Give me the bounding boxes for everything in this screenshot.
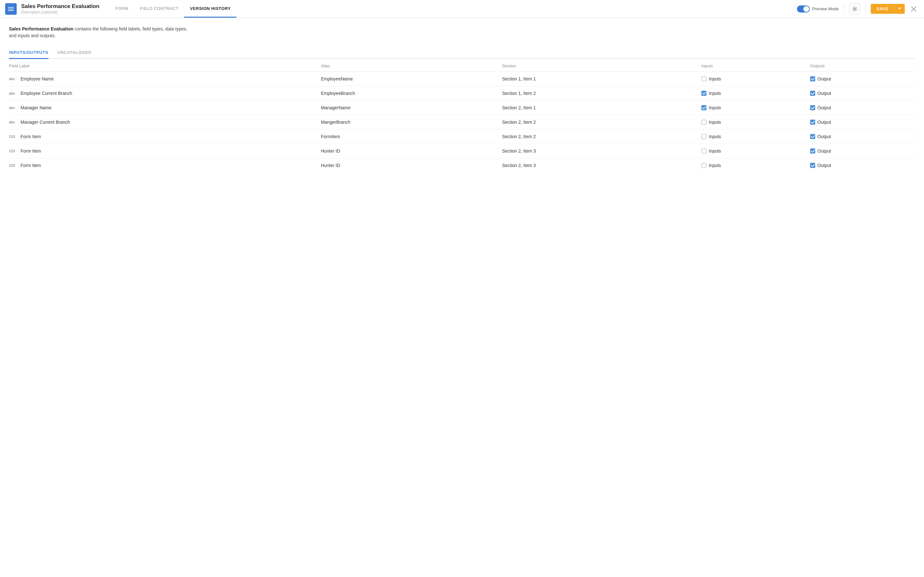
- field-type-cell: abc Manager Current Branch: [9, 119, 313, 125]
- inputs-label: Inputs: [709, 76, 721, 81]
- inputs-checkbox[interactable]: [701, 91, 706, 96]
- preview-mode-toggle-container: Preview Mode: [797, 5, 838, 13]
- alias-cell: EmployeeBranch: [317, 86, 498, 101]
- outputs-checkbox[interactable]: [810, 91, 815, 96]
- col-header-inputs: Inputs: [698, 59, 806, 72]
- outputs-checkbox[interactable]: [810, 148, 815, 153]
- svg-point-3: [854, 8, 855, 10]
- section-cell: Section 2, Item 2: [498, 129, 698, 144]
- type-badge: abc: [9, 91, 18, 95]
- type-badge: abc: [9, 120, 18, 124]
- section-cell: Section 2, Item 3: [498, 144, 698, 158]
- table-row: abc Employee Current Branch EmployeeBran…: [9, 86, 915, 101]
- type-badge: abc: [9, 106, 18, 110]
- tab-version-history[interactable]: VERSION HISTORY: [184, 0, 236, 18]
- inputs-checkbox[interactable]: [701, 119, 706, 125]
- section-cell: Section 1, Item 2: [498, 86, 698, 101]
- table-row: 123 Form Item FormItemSection 2, Item 2 …: [9, 129, 915, 144]
- inputs-checkbox-cell: Inputs: [701, 76, 803, 81]
- col-header-alias: Alias: [317, 59, 498, 72]
- save-button[interactable]: SAVE: [871, 4, 894, 14]
- outputs-label: Output: [817, 163, 831, 168]
- section-cell: Section 2, Item 2: [498, 115, 698, 129]
- toggle-knob: [803, 6, 809, 12]
- outputs-checkbox[interactable]: [810, 76, 815, 81]
- table-row: abc Manager Current Branch MangerBranchS…: [9, 115, 915, 129]
- header-right: Preview Mode SAVE: [797, 3, 919, 15]
- field-label-text: Form Item: [21, 148, 41, 153]
- inputs-checkbox-cell: Inputs: [701, 134, 803, 139]
- inputs-checkbox-cell: Inputs: [701, 148, 803, 153]
- type-badge: abc: [9, 77, 18, 81]
- section-cell: Section 2, Item 3: [498, 158, 698, 173]
- inputs-label: Inputs: [709, 105, 721, 110]
- inputs-label: Inputs: [709, 134, 721, 139]
- outputs-checkbox-cell: Output: [810, 91, 911, 96]
- divider: [844, 4, 844, 14]
- tab-form[interactable]: FORM: [110, 0, 134, 18]
- type-badge: 123: [9, 163, 18, 167]
- description-text: Sales Performance Evaluation contains th…: [9, 26, 195, 39]
- header: Sales Performance Evaluation Description…: [0, 0, 924, 18]
- inputs-checkbox[interactable]: [701, 134, 706, 139]
- outputs-label: Output: [817, 148, 831, 153]
- outputs-checkbox[interactable]: [810, 163, 815, 168]
- alias-cell: MangerBranch: [317, 115, 498, 129]
- outputs-checkbox-cell: Output: [810, 148, 911, 153]
- field-label-text: Employee Name: [21, 76, 54, 81]
- field-type-cell: 123 Form Item: [9, 163, 313, 168]
- inputs-checkbox[interactable]: [701, 105, 706, 110]
- outputs-checkbox-cell: Output: [810, 119, 911, 125]
- svg-rect-1: [8, 9, 14, 9]
- inputs-checkbox[interactable]: [701, 148, 706, 153]
- alias-cell: Hunter ID: [317, 144, 498, 158]
- inputs-label: Inputs: [709, 91, 721, 96]
- field-label-text: Form Item: [21, 163, 41, 168]
- tab-field-contract[interactable]: FIELD CONTRACT: [134, 0, 184, 18]
- inputs-label: Inputs: [709, 148, 721, 153]
- table-row: abc Manager Name ManagerNameSection 2, I…: [9, 101, 915, 115]
- outputs-checkbox[interactable]: [810, 134, 815, 139]
- col-header-field-label: Field Label: [9, 59, 317, 72]
- close-icon: [911, 6, 917, 12]
- page-title: Sales Performance Evaluation: [21, 3, 99, 10]
- save-dropdown-button[interactable]: [894, 4, 905, 14]
- outputs-label: Output: [817, 91, 831, 96]
- menu-button[interactable]: [5, 3, 17, 15]
- sub-tab-inputs-outputs[interactable]: INPUTS/OUTPUTS: [9, 47, 48, 59]
- preview-mode-toggle[interactable]: [797, 5, 810, 13]
- alias-cell: ManagerName: [317, 101, 498, 115]
- sub-tab-uncataloged[interactable]: UNCATALOGED: [57, 47, 91, 59]
- chevron-down-icon: [898, 6, 901, 10]
- inputs-label: Inputs: [709, 119, 721, 125]
- title-area: Sales Performance Evaluation Description…: [21, 3, 99, 14]
- field-label-text: Employee Current Branch: [21, 91, 72, 96]
- field-type-cell: abc Employee Current Branch: [9, 91, 313, 96]
- inputs-checkbox-cell: Inputs: [701, 119, 803, 125]
- outputs-checkbox-cell: Output: [810, 76, 911, 81]
- outputs-checkbox[interactable]: [810, 105, 815, 110]
- table-row: 123 Form Item Hunter IDSection 2, Item 3…: [9, 144, 915, 158]
- field-type-cell: abc Manager Name: [9, 105, 313, 110]
- outputs-checkbox[interactable]: [810, 119, 815, 125]
- inputs-checkbox[interactable]: [701, 76, 706, 81]
- outputs-label: Output: [817, 76, 831, 81]
- preview-mode-label: Preview Mode: [813, 6, 838, 11]
- field-contract-table: Field Label Alias Section Inputs Outputs…: [9, 59, 915, 172]
- inputs-checkbox-cell: Inputs: [701, 91, 803, 96]
- outputs-label: Output: [817, 105, 831, 110]
- table-row: 123 Form Item Hunter IDSection 2, Item 3…: [9, 158, 915, 173]
- page-subtitle: Description (optional): [21, 10, 99, 15]
- close-button[interactable]: [909, 4, 919, 14]
- settings-button[interactable]: [849, 3, 860, 15]
- main-nav: FORM FIELD CONTRACT VERSION HISTORY: [110, 0, 797, 18]
- alias-cell: EmployeeName: [317, 72, 498, 86]
- outputs-label: Output: [817, 119, 831, 125]
- gear-icon: [852, 6, 858, 12]
- svg-rect-0: [8, 7, 14, 8]
- outputs-checkbox-cell: Output: [810, 105, 911, 110]
- outputs-label: Output: [817, 134, 831, 139]
- divider2: [865, 4, 866, 14]
- section-cell: Section 2, Item 1: [498, 101, 698, 115]
- inputs-checkbox[interactable]: [701, 163, 706, 168]
